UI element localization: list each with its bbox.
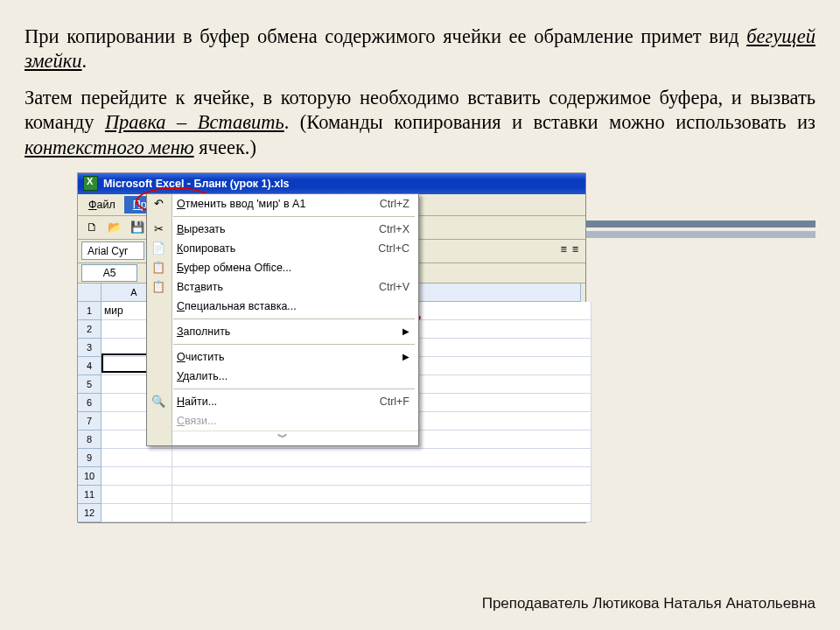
row-header[interactable]: 7 xyxy=(78,412,102,430)
menu-label: Удалить... xyxy=(177,370,228,382)
menu-icon: 📋 xyxy=(150,260,166,276)
menu-label: Буфер обмена Office... xyxy=(177,262,291,274)
row-headers: 123456789101112 xyxy=(78,284,102,522)
menu-separator xyxy=(173,216,415,217)
text: При копировании в буфер обмена содержимо… xyxy=(24,25,746,47)
menu-item[interactable]: Удалить... xyxy=(147,367,418,386)
menu-item[interactable]: 📋ВставитьCtrl+V xyxy=(147,277,418,297)
menu-item[interactable]: Заполнить▶ xyxy=(147,322,418,341)
menu-item[interactable]: 🔍Найти...Ctrl+F xyxy=(147,392,418,411)
cell[interactable] xyxy=(172,449,592,467)
menu-label: Отменить ввод 'мир' в A1 xyxy=(177,198,305,210)
select-all-corner[interactable] xyxy=(78,284,102,302)
menu-icon: 📄 xyxy=(150,241,166,256)
menu-icon: 🔍 xyxy=(150,394,166,410)
text-emph: Правка – Вставить xyxy=(105,111,284,133)
row-header[interactable]: 5 xyxy=(78,375,102,394)
shortcut: Ctrl+F xyxy=(380,396,410,408)
name-box[interactable]: A5 xyxy=(81,264,137,282)
menu-item[interactable]: ✂ВырезатьCtrl+X xyxy=(147,220,418,239)
save-icon[interactable]: 💾 xyxy=(127,217,148,238)
menu-item[interactable]: Специальная вставка... xyxy=(147,297,418,316)
align-center-icon[interactable]: ≡ xyxy=(572,243,578,256)
row-header[interactable]: 10 xyxy=(78,467,102,486)
menu-separator xyxy=(173,388,415,389)
menu-label: Вырезать xyxy=(177,223,226,235)
shortcut: Ctrl+X xyxy=(379,223,410,235)
cell[interactable] xyxy=(102,504,172,522)
cell[interactable] xyxy=(102,467,172,486)
new-icon[interactable]: 🗋 xyxy=(81,217,102,238)
menu-label: Связи... xyxy=(177,415,216,427)
excel-screenshot: Microsoft Excel - Бланк (урок 1).xls Фай… xyxy=(77,172,585,522)
align-left-icon[interactable]: ≡ xyxy=(560,243,566,256)
row-header[interactable]: 1 xyxy=(78,302,102,320)
open-icon[interactable]: 📂 xyxy=(104,217,125,238)
row-header[interactable]: 9 xyxy=(78,449,102,467)
text: ячеек.) xyxy=(194,136,256,158)
paragraph-2: Затем перейдите к ячейке, в которую необ… xyxy=(24,86,816,159)
menu-icon: ✂ xyxy=(150,221,166,237)
text-emph: контекстного меню xyxy=(24,136,194,158)
cell[interactable] xyxy=(172,504,592,522)
shortcut: Ctrl+C xyxy=(378,242,410,255)
paragraph-1: При копировании в буфер обмена содержимо… xyxy=(24,24,816,74)
decor-bars xyxy=(570,220,816,242)
menu-separator xyxy=(173,344,415,345)
slide-footer: Преподаватель Лютикова Наталья Анатольев… xyxy=(482,595,816,616)
menu-item[interactable]: Очистить▶ xyxy=(147,347,418,367)
menu-label: Специальная вставка... xyxy=(177,300,297,312)
text: . (Команды копирования и вставки можно и… xyxy=(284,111,816,133)
menu-label: Копировать xyxy=(177,242,235,255)
text: . xyxy=(82,50,88,72)
cell[interactable] xyxy=(172,467,592,486)
decor-bar xyxy=(570,231,816,238)
slide: При копировании в буфер обмена содержимо… xyxy=(0,0,840,630)
cell[interactable] xyxy=(102,449,172,467)
menu-label: Вставить xyxy=(177,281,223,293)
submenu-arrow-icon: ▶ xyxy=(402,326,410,336)
window-title: Microsoft Excel - Бланк (урок 1).xls xyxy=(103,178,290,190)
row-header[interactable]: 8 xyxy=(78,430,102,449)
edit-menu-dropdown: ↶Отменить ввод 'мир' в A1Ctrl+Z✂Вырезать… xyxy=(146,193,419,446)
row-header[interactable]: 4 xyxy=(78,357,102,375)
menu-item[interactable]: 📋Буфер обмена Office... xyxy=(147,258,418,277)
menu-item[interactable]: ↶Отменить ввод 'мир' в A1Ctrl+Z xyxy=(147,194,418,214)
decor-bar xyxy=(570,220,816,228)
menu-label: Найти... xyxy=(177,396,217,408)
excel-icon xyxy=(83,176,98,191)
cell[interactable] xyxy=(172,486,592,504)
menu-icon: 📋 xyxy=(150,279,166,295)
menu-item-Файл[interactable]: Файл xyxy=(80,196,124,214)
row-header[interactable]: 3 xyxy=(78,339,102,357)
shortcut: Ctrl+V xyxy=(379,281,410,293)
menu-label: Очистить xyxy=(177,351,224,363)
row-header[interactable]: 12 xyxy=(78,504,102,522)
menu-icon: ↶ xyxy=(150,196,166,212)
submenu-arrow-icon: ▶ xyxy=(402,352,410,361)
row-header[interactable]: 2 xyxy=(78,320,102,339)
menu-separator xyxy=(173,318,415,319)
menu-item[interactable]: 📄КопироватьCtrl+C xyxy=(147,239,418,258)
menu-label: Заполнить xyxy=(177,326,230,338)
expand-chevron-icon[interactable]: ︾ xyxy=(147,430,418,445)
titlebar: Microsoft Excel - Бланк (урок 1).xls xyxy=(78,173,585,194)
font-combo[interactable]: Arial Cyr xyxy=(81,242,144,260)
cell[interactable] xyxy=(102,486,172,504)
menu-item: Связи... xyxy=(147,411,418,430)
cell-ref: A5 xyxy=(103,267,116,279)
row-header[interactable]: 11 xyxy=(78,486,102,504)
font-name: Arial Cyr xyxy=(88,245,128,257)
row-header[interactable]: 6 xyxy=(78,394,102,412)
shortcut: Ctrl+Z xyxy=(380,198,410,210)
